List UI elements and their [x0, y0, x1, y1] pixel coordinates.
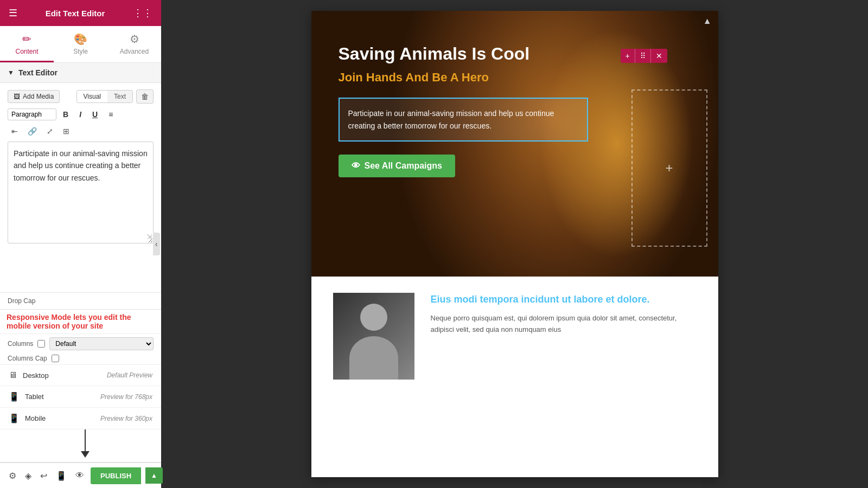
- arrow-indicator: [0, 429, 161, 462]
- page-preview: ▲ + ⠿ ✕ + Saving Animals Is Cool Join Ha…: [311, 11, 718, 477]
- device-desktop-preview: Default Preview: [107, 371, 152, 379]
- outdent-button[interactable]: ⇤: [8, 125, 22, 137]
- list-button[interactable]: ≡: [104, 108, 117, 121]
- add-media-button[interactable]: 🖼 Add Media: [8, 90, 60, 103]
- toolbar-row-2: Paragraph Heading 1 Heading 2 Heading 3 …: [8, 108, 154, 121]
- view-tabs: Visual Text: [76, 90, 133, 103]
- placeholder-column[interactable]: +: [631, 89, 707, 247]
- advanced-icon: ⚙: [130, 33, 139, 46]
- columns-label: Columns: [8, 340, 33, 348]
- sidebar-title: Edit Text Editor: [46, 9, 105, 18]
- responsive-tooltip-text: Responsive Mode lets you edit the mobile…: [7, 313, 155, 330]
- tab-text[interactable]: Text: [107, 91, 132, 102]
- arrow-head-icon: [81, 451, 90, 458]
- section-title: Text Editor: [18, 68, 58, 77]
- main-area: ▲ + ⠿ ✕ + Saving Animals Is Cool Join Ha…: [161, 0, 868, 488]
- widget-add-button[interactable]: +: [621, 49, 635, 63]
- hamburger-icon[interactable]: ☰: [9, 7, 17, 19]
- hero-title: Saving Animals Is Cool: [339, 43, 588, 64]
- responsive-tooltip: Responsive Mode lets you edit the mobile…: [0, 309, 161, 333]
- second-title: Eius modi tempora incidunt ut labore et …: [431, 293, 697, 306]
- text-content-area[interactable]: Participate in our animal-saving mission…: [8, 142, 154, 243]
- format-select[interactable]: Paragraph Heading 1 Heading 2 Heading 3: [8, 108, 56, 120]
- columns-cap-row: Columns Cap: [0, 354, 161, 365]
- device-tablet[interactable]: 📱 Tablet Preview for 768px: [0, 386, 161, 408]
- desktop-icon: 🖥: [9, 370, 17, 380]
- columns-select[interactable]: Default: [49, 337, 154, 350]
- drop-cap-label: Drop Cap: [8, 297, 35, 305]
- responsive-mode-icon[interactable]: 📱: [54, 468, 69, 483]
- tab-style[interactable]: 🎨 Style: [54, 26, 107, 62]
- text-editor-input[interactable]: Participate in our animal-saving mission…: [14, 147, 148, 234]
- second-content: Eius modi tempora incidunt ut labore et …: [431, 293, 697, 336]
- device-desktop[interactable]: 🖥 Desktop Default Preview: [0, 365, 161, 386]
- delete-button[interactable]: 🗑: [136, 89, 154, 104]
- see-campaigns-button[interactable]: 👁 See All Campaigns: [339, 155, 455, 177]
- device-tablet-preview: Preview for 768px: [100, 393, 152, 401]
- widget-close-button[interactable]: ✕: [651, 49, 667, 63]
- tab-content[interactable]: ✏ Content: [0, 26, 54, 62]
- columns-cap-label: Columns Cap: [8, 355, 47, 362]
- editor-area: 🖼 Add Media Visual Text 🗑 Paragraph Head…: [0, 83, 161, 292]
- fullscreen-button[interactable]: ⤢: [43, 125, 57, 137]
- resize-handle-icon: ⇲: [146, 232, 152, 242]
- sidebar-header: ☰ Edit Text Editor ⋮⋮: [0, 0, 161, 26]
- second-section: Eius modi tempora incidunt ut labore et …: [311, 277, 718, 396]
- toolbar-row-3: ⇤ 🔗 ⤢ ⊞: [8, 125, 154, 137]
- bold-button[interactable]: B: [59, 108, 73, 121]
- collapse-icon: ‹: [155, 240, 158, 248]
- collapse-arrow-icon[interactable]: ▼: [8, 69, 14, 76]
- content-icon: ✏: [22, 33, 31, 46]
- preview-icon[interactable]: 👁: [73, 468, 86, 483]
- section-header: ▼ Text Editor: [0, 63, 161, 83]
- underline-button[interactable]: U: [88, 108, 102, 121]
- hero-subtitle: Join Hands And Be A Hero: [339, 70, 588, 85]
- tab-visual[interactable]: Visual: [77, 91, 107, 102]
- add-media-icon: 🖼: [14, 93, 20, 100]
- hero-content: Saving Animals Is Cool Join Hands And Be…: [339, 43, 588, 177]
- bottom-controls: Drop Cap: [0, 292, 161, 309]
- grid-icon[interactable]: ⋮⋮: [133, 7, 152, 19]
- text-editor-preview-box[interactable]: Participate in our animal-saving mission…: [339, 98, 588, 142]
- publish-button[interactable]: PUBLISH: [91, 467, 141, 484]
- columns-row: Columns Default: [0, 333, 161, 354]
- toolbar-row-1: 🖼 Add Media Visual Text 🗑: [8, 89, 154, 104]
- see-campaigns-label: See All Campaigns: [365, 161, 442, 171]
- device-desktop-label: Desktop: [23, 371, 107, 380]
- second-body-text: Neque porro quisquam est, qui dolorem ip…: [431, 313, 697, 336]
- settings-icon[interactable]: ⚙: [7, 468, 18, 483]
- device-tablet-label: Tablet: [25, 393, 100, 401]
- sidebar: ☰ Edit Text Editor ⋮⋮ ✏ Content 🎨 Style …: [0, 0, 161, 488]
- sidebar-collapse-button[interactable]: ‹: [153, 233, 160, 255]
- tab-advanced[interactable]: ⚙ Advanced: [107, 26, 161, 62]
- placeholder-plus-icon: +: [665, 160, 673, 176]
- device-mobile[interactable]: 📱 Mobile Preview for 360px: [0, 408, 161, 429]
- drop-cap-row: Drop Cap: [8, 297, 154, 305]
- columns-cap-checkbox[interactable]: [52, 355, 59, 362]
- table-button[interactable]: ⊞: [59, 125, 73, 137]
- hero-body-text: Participate in our animal-saving mission…: [348, 107, 578, 132]
- italic-button[interactable]: I: [75, 108, 86, 121]
- tablet-icon: 📱: [9, 391, 20, 402]
- layers-icon[interactable]: ◈: [23, 468, 34, 483]
- arrow-line: [85, 429, 86, 451]
- link-button[interactable]: 🔗: [24, 125, 41, 137]
- widget-move-button[interactable]: ⠿: [635, 49, 651, 63]
- style-icon: 🎨: [74, 33, 87, 46]
- widget-toolbar: + ⠿ ✕: [621, 49, 667, 63]
- history-icon[interactable]: ↩: [38, 468, 49, 483]
- mobile-icon: 📱: [9, 413, 20, 423]
- scroll-arrow-icon[interactable]: ▲: [703, 16, 712, 26]
- sidebar-tabs: ✏ Content 🎨 Style ⚙ Advanced: [0, 26, 161, 63]
- bottom-bar: ⚙ ◈ ↩ 📱 👁 PUBLISH ▲: [0, 462, 161, 488]
- device-mobile-label: Mobile: [25, 414, 100, 422]
- eye-icon: 👁: [352, 161, 360, 171]
- device-list: 🖥 Desktop Default Preview 📱 Tablet Previ…: [0, 365, 161, 429]
- person-photo: [333, 293, 414, 380]
- columns-checkbox[interactable]: [37, 340, 45, 348]
- device-mobile-preview: Preview for 360px: [100, 415, 152, 422]
- publish-arrow-button[interactable]: ▲: [145, 467, 163, 484]
